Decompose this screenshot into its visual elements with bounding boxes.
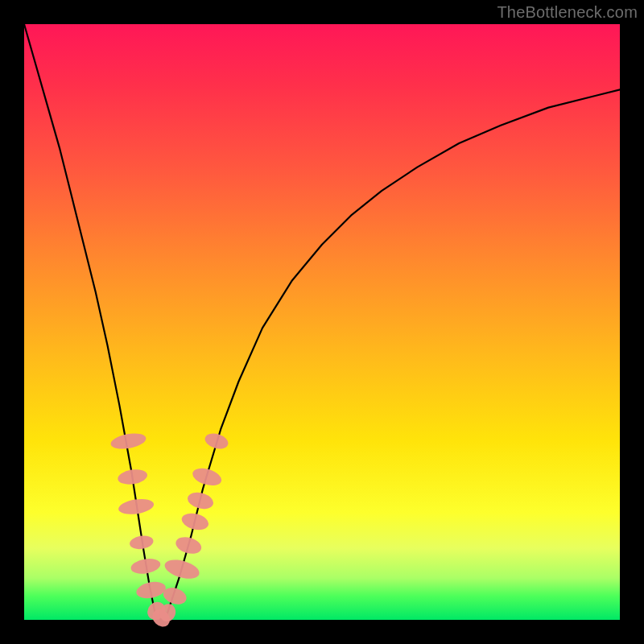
chart-svg: [24, 24, 620, 620]
highlight-marker: [180, 510, 211, 532]
highlight-marker: [129, 535, 155, 551]
highlight-marker: [118, 497, 155, 516]
bottleneck-curve: [24, 24, 620, 620]
highlight-marker: [191, 465, 224, 489]
highlight-marker: [174, 535, 204, 556]
highlight-marker: [135, 580, 167, 601]
highlight-marker: [130, 557, 161, 576]
highlight-marker: [109, 431, 147, 451]
watermark-text: TheBottleneck.com: [497, 3, 638, 22]
highlight-marker: [203, 431, 229, 452]
chart-frame: TheBottleneck.com: [0, 0, 644, 644]
highlight-marker: [117, 468, 148, 486]
highlight-marker: [163, 556, 201, 582]
highlight-marker: [186, 490, 215, 512]
plot-area: [24, 24, 620, 620]
